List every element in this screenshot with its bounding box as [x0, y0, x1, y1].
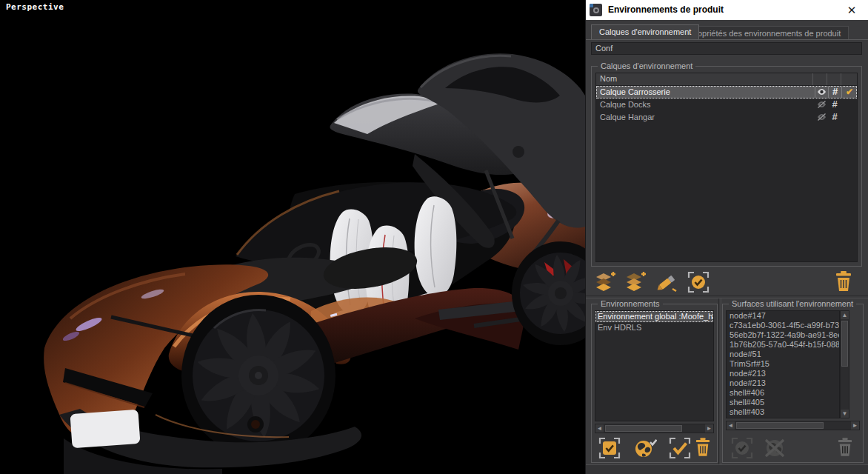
bracket-check-icon: [687, 271, 710, 293]
vertical-divider: [718, 298, 721, 464]
active-check[interactable]: [841, 99, 857, 111]
add-layer-icon: [594, 271, 616, 293]
scroll-right-arrow[interactable]: ►: [851, 421, 859, 430]
environments-panel: Environnements de produit ✕ Calques d'en…: [585, 0, 868, 474]
surfaces-hscrollbar[interactable]: ◄ ►: [726, 421, 860, 430]
add-sublayer-button[interactable]: [624, 271, 647, 295]
global-environment-button[interactable]: [633, 437, 657, 461]
column-header-active[interactable]: [841, 73, 857, 85]
surfaces-groupbox: Surfaces utilisant l'environnement node#…: [722, 304, 864, 463]
close-icon[interactable]: ✕: [844, 3, 859, 18]
layer-row-carrosserie[interactable]: Calque Carrosserie # ✔: [596, 86, 857, 99]
scroll-thumb[interactable]: [605, 425, 682, 432]
edit-layer-button[interactable]: [656, 271, 678, 295]
tab-proprietes[interactable]: Propriétés des environnements de produit: [681, 26, 849, 39]
layers-table-header: Nom: [596, 73, 857, 86]
surfaces-list: node#147 c73a1eb0-3061-4f5c-a99f-b733c92…: [726, 310, 840, 418]
viewport-title: Perspective: [6, 2, 64, 12]
layer-row-hangar[interactable]: Calque Hangar #: [596, 111, 857, 124]
visibility-toggle[interactable]: [815, 99, 828, 111]
surfaces-group-title: Surfaces utilisant l'environnement: [729, 298, 856, 309]
assign-surface-button-disabled: [731, 437, 753, 461]
validate-environment-button[interactable]: [669, 437, 691, 461]
surface-item[interactable]: shell#406: [727, 388, 839, 398]
window-title: Environnements de produit: [608, 4, 724, 15]
layer-row-docks[interactable]: Calque Docks #: [596, 99, 857, 111]
delete-layer-button[interactable]: [835, 271, 852, 293]
eye-off-icon: [817, 101, 827, 108]
environments-groupbox: Environnements Environnement global :Moo…: [591, 304, 718, 463]
bracket-square-check-icon: [598, 437, 621, 459]
layers-table: Nom Calque Carrosserie # ✔ Calque Docks: [595, 73, 858, 262]
surfaces-vscrollbar[interactable]: ▲ ▼: [840, 310, 849, 418]
surface-item[interactable]: 1b76b205-57a0-454f-b15f-088169e0: [727, 340, 839, 350]
column-header-nom[interactable]: Nom: [596, 73, 813, 85]
scroll-right-arrow[interactable]: ►: [705, 424, 713, 433]
scroll-left-arrow[interactable]: ◄: [595, 424, 604, 433]
scroll-thumb[interactable]: [841, 321, 848, 367]
tab-calques-environnement[interactable]: Calques d'environnement: [591, 24, 699, 39]
scroll-thumb[interactable]: [736, 422, 824, 429]
surface-item[interactable]: node#213: [727, 378, 839, 388]
environment-item[interactable]: Env HDRLS: [595, 322, 713, 333]
surface-item[interactable]: shell#402: [727, 417, 839, 418]
layers-toolbar: [586, 268, 868, 296]
eye-icon: [817, 88, 827, 96]
layers-group-title: Calques d'environnement: [598, 61, 695, 71]
column-header-hash[interactable]: [827, 73, 841, 85]
remove-assignment-button-disabled: [763, 437, 787, 461]
eye-off-icon: [817, 113, 827, 121]
add-sublayer-icon: [624, 271, 647, 293]
panel-titlebar: Environnements de produit ✕: [586, 0, 868, 20]
column-header-visibility[interactable]: [813, 73, 827, 85]
assign-environment-button[interactable]: [598, 437, 621, 461]
visibility-toggle[interactable]: [815, 111, 828, 124]
scroll-up-arrow[interactable]: ▲: [841, 311, 849, 319]
pencil-icon: [656, 271, 678, 293]
hash-toggle[interactable]: #: [828, 99, 841, 111]
surface-item[interactable]: 56eb2b7f-1322-4a9b-ae91-8eeda494: [727, 330, 839, 340]
add-layer-button[interactable]: [594, 271, 616, 295]
app-root: { "viewport": { "label": "Perspective" }…: [0, 0, 868, 474]
surface-item[interactable]: node#147: [727, 311, 839, 321]
car-front-wheel: [181, 295, 335, 456]
environments-list: Environnement global :Moofe_hangar Env H…: [595, 310, 714, 421]
trash-icon: [838, 438, 852, 457]
surface-item[interactable]: c73a1eb0-3061-4f5c-a99f-b733c922: [727, 321, 839, 330]
select-checked-layer-button[interactable]: [687, 271, 710, 295]
hash-toggle[interactable]: #: [828, 86, 841, 99]
surface-item[interactable]: shell#405: [727, 398, 839, 407]
car-render: [0, 0, 585, 474]
viewport-3d[interactable]: Perspective: [0, 0, 585, 474]
scroll-down-arrow[interactable]: ▼: [841, 410, 849, 418]
layers-groupbox: Calques d'environnement Nom Calque Carro…: [591, 66, 862, 267]
active-check[interactable]: ✔: [841, 86, 857, 99]
conf-field[interactable]: Conf: [591, 42, 862, 55]
panel-footer: [586, 464, 868, 474]
surface-item[interactable]: shell#403: [727, 407, 839, 417]
bracket-big-check-icon: [669, 437, 691, 459]
hash-toggle[interactable]: #: [828, 111, 841, 124]
trash-icon: [695, 438, 710, 457]
delete-surface-button-disabled: [838, 438, 852, 458]
trash-icon: [835, 271, 852, 292]
surface-item[interactable]: TrimSrf#15: [727, 359, 839, 369]
surface-item[interactable]: node#51: [727, 350, 839, 359]
tab-strip: Calques d'environnement Propriétés des e…: [586, 24, 868, 40]
environments-group-title: Environnements: [598, 298, 663, 309]
environments-toolbar: [592, 435, 717, 461]
bracket-circle-check-icon: [731, 437, 753, 459]
car-front-plate: [70, 410, 141, 448]
globe-check-icon: [633, 437, 657, 459]
window-icon: [590, 4, 602, 16]
visibility-toggle[interactable]: [815, 86, 828, 99]
delete-environment-button[interactable]: [695, 438, 710, 458]
environment-item[interactable]: Environnement global :Moofe_hangar: [595, 311, 713, 322]
surfaces-toolbar: [723, 435, 863, 461]
environments-hscrollbar[interactable]: ◄ ►: [595, 424, 714, 433]
surface-item[interactable]: node#213: [727, 369, 839, 378]
active-check[interactable]: [841, 111, 857, 124]
scroll-left-arrow[interactable]: ◄: [727, 421, 735, 430]
globe-cross-icon: [763, 437, 787, 459]
